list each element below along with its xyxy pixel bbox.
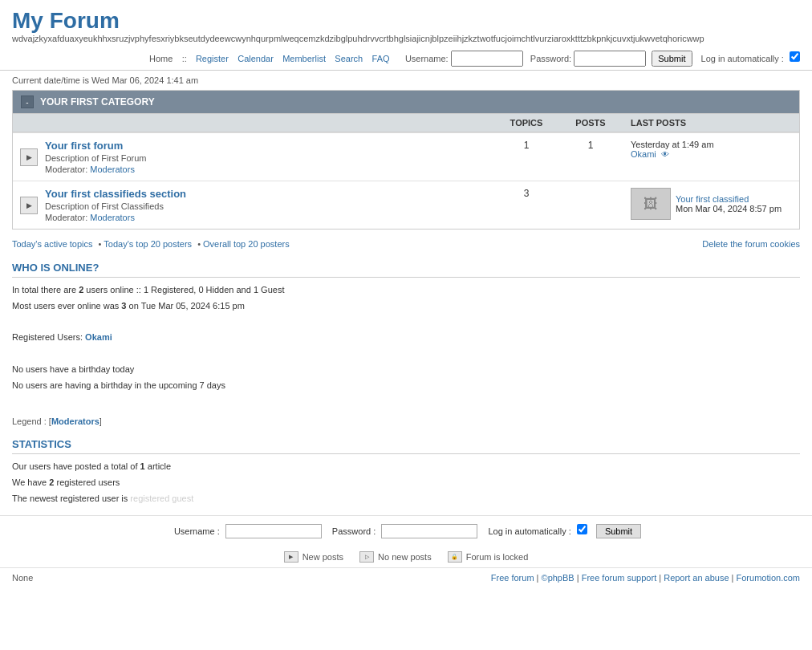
moderator-link[interactable]: Moderators (90, 213, 135, 222)
statistics-title: STATISTICS (12, 438, 800, 454)
bottom-password-label: Password : (332, 526, 376, 536)
category-name: YOUR FIRST CATEGORY (40, 96, 155, 108)
newest-user: registered guest (130, 494, 193, 503)
bottom-auto-login-label: Log in automatically : (488, 526, 570, 536)
forum-icon-cell: ▶ (13, 133, 45, 181)
forum-locked-icon: 🔒 (448, 551, 462, 563)
password-label: Password: (530, 54, 571, 63)
overall-top20-link[interactable]: Overall top 20 posters (203, 239, 290, 249)
free-support-link[interactable]: Free forum support (582, 573, 657, 583)
nav-calendar[interactable]: Calendar (238, 54, 274, 63)
new-posts-label: New posts (302, 552, 343, 562)
active-topics-link[interactable]: Today's active topics (12, 239, 93, 249)
login-button[interactable]: Log in (652, 51, 692, 67)
forum-row: ▶ Your first forum Description of First … (13, 132, 799, 181)
free-forum-link[interactable]: Free forum (491, 573, 534, 583)
legend-no-new-posts: ▷ No new posts (359, 551, 432, 563)
forum-new-posts-icon: ▶ (20, 148, 38, 166)
forum-locked-label: Forum is locked (466, 552, 529, 562)
registered-count: 2 (49, 477, 54, 487)
no-new-posts-label: No new posts (378, 552, 432, 562)
username-label: Username: (405, 54, 449, 63)
password-input[interactable] (574, 51, 646, 67)
forum-container: - YOUR FIRST CATEGORY TOPICS POSTS LAST … (12, 90, 800, 230)
bottom-password-input[interactable] (381, 524, 477, 538)
forum-info: Your first classifieds section Descripti… (45, 181, 494, 229)
forum-posts (558, 181, 623, 229)
header: My Forum wdvajzkyxafduaxyeukhhxsruzjvphy… (0, 0, 812, 47)
forum-topics: 3 (494, 181, 558, 229)
footer-links: Today's active topics • Today's top 20 p… (0, 234, 812, 254)
nav-memberlist[interactable]: Memberlist (282, 54, 326, 63)
ever-online-line: Most users ever online was 3 on Tue Mar … (12, 299, 800, 315)
forum-title[interactable]: My Forum (12, 8, 120, 33)
current-date: Current date/time is Wed Mar 06, 2024 1:… (0, 71, 812, 90)
lastpost-user-link[interactable]: Okami (631, 149, 656, 159)
legend-group-link[interactable]: Moderators (51, 416, 99, 426)
who-online-title: WHO IS ONLINE? (12, 262, 800, 278)
top-nav: Home :: Register Calendar Memberlist Sea… (0, 47, 812, 71)
birthday-line: No users have a birthday today (12, 362, 800, 378)
nav-home: Home (149, 54, 173, 63)
category-header: - YOUR FIRST CATEGORY (13, 91, 799, 113)
phpbb-link[interactable]: ©phpBB (542, 573, 574, 583)
forum-name-link[interactable]: Your first forum (45, 140, 123, 152)
col-header-forum (13, 114, 494, 132)
legend-forum-locked: 🔒 Forum is locked (448, 551, 529, 563)
report-abuse-link[interactable]: Report an abuse (664, 573, 729, 583)
legend: Legend : [Moderators] (12, 414, 800, 430)
col-header-topics: TOPICS (494, 114, 558, 132)
registered-stat-line: We have 2 registered users (12, 475, 800, 491)
statistics-content: Our users have posted a total of 1 artic… (12, 459, 800, 506)
birthday-upcoming-line: No users are having a birthday in the up… (12, 378, 800, 394)
forum-classifieds-link[interactable]: Your first classifieds section (45, 188, 186, 200)
no-new-posts-icon: ▷ (359, 551, 374, 563)
col-header-lastpost: LAST POSTS (623, 114, 799, 132)
forum-description: Description of First Forum (45, 153, 490, 163)
nav-faq[interactable]: FAQ (372, 54, 390, 63)
forumotion-link[interactable]: Forumotion.com (737, 573, 800, 583)
forum-moderator: Moderator: Moderators (45, 165, 490, 174)
who-online-section: WHO IS ONLINE? In total there are 2 user… (12, 262, 800, 430)
forum-icon-cell: ▶ (13, 181, 45, 229)
who-online-content: In total there are 2 users online :: 1 R… (12, 282, 800, 430)
forum-moderator: Moderator: Moderators (45, 213, 490, 222)
auto-login-checkbox[interactable] (790, 51, 800, 62)
registered-user-link[interactable]: Okami (85, 332, 112, 342)
ever-online: 3 (121, 301, 126, 311)
bottom-username-input[interactable] (225, 524, 322, 538)
forum-info: Your first forum Description of First Fo… (45, 133, 494, 181)
nav-register: :: (182, 54, 189, 63)
total-users: 2 (79, 285, 83, 295)
online-count-line: In total there are 2 users online :: 1 R… (12, 282, 800, 299)
bottom-login-button[interactable]: Log in (596, 524, 641, 538)
footer-left-links: Today's active topics • Today's top 20 p… (12, 239, 293, 249)
top20-posters-link[interactable]: Today's top 20 posters (104, 239, 192, 249)
auto-login-label: Log in automatically : (701, 54, 784, 63)
footer-left: None (12, 573, 33, 583)
forum-topics: 1 (494, 133, 558, 181)
nav-search[interactable]: Search (335, 54, 363, 63)
registered-users-line: Registered Users: Okami (12, 330, 800, 346)
column-headers: TOPICS POSTS LAST POSTS (13, 113, 799, 132)
bottom-login: Username : Password : Log in automatical… (0, 515, 812, 546)
forum-lastpost: Yesterday at 1:49 am Okami 👁 (623, 133, 799, 181)
lastpost-title-link[interactable]: Your first classified (676, 194, 782, 204)
statistics-section: STATISTICS Our users have posted a total… (12, 438, 800, 506)
bottom-auto-login-checkbox[interactable] (577, 524, 587, 534)
moderator-link[interactable]: Moderators (90, 165, 135, 174)
posts-stat-line: Our users have posted a total of 1 artic… (12, 459, 800, 475)
bottom-footer: None Free forum | ©phpBB | Free forum su… (0, 567, 812, 587)
forum-description: Description of First Classifieds (45, 201, 490, 211)
lastpost-date: Mon Mar 04, 2024 8:57 pm (676, 204, 782, 213)
collapse-button[interactable]: - (21, 95, 34, 108)
forum-icon: ▶ (20, 197, 38, 214)
forum-row: ▶ Your first classifieds section Descrip… (13, 181, 799, 229)
footer-right: Free forum | ©phpBB | Free forum support… (491, 573, 800, 583)
username-input[interactable] (451, 51, 523, 67)
lastpost-date: Yesterday at 1:49 am (631, 140, 791, 149)
nav-register-link[interactable]: Register (196, 54, 229, 63)
bottom-username-label: Username : (174, 526, 220, 536)
delete-cookies-link[interactable]: Delete the forum cookies (702, 239, 800, 249)
forum-lastpost: Your first classified Mon Mar 04, 2024 8… (623, 181, 799, 229)
